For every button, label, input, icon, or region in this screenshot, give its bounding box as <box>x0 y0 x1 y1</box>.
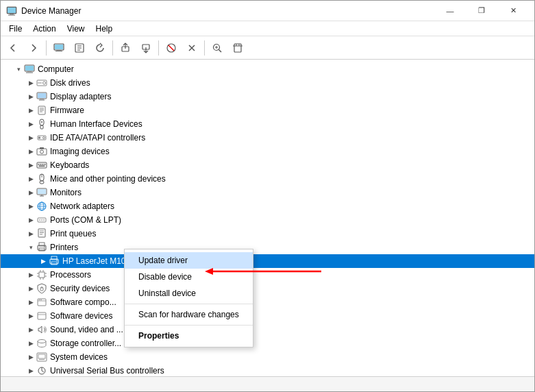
expand-print[interactable]: ▶ <box>25 228 36 239</box>
tree-item-software-components[interactable]: ▶ Software compo... <box>1 295 534 309</box>
separator-3 <box>158 40 159 56</box>
expand-mice[interactable]: ▶ <box>25 173 36 184</box>
tree-item-network[interactable]: ▶ Network adapters <box>1 199 534 213</box>
rollback-driver-button[interactable] <box>136 38 155 58</box>
ctx-separator-2 <box>125 325 253 326</box>
title-bar: Device Manager — ❐ ✕ <box>1 1 534 21</box>
expand-sw-compo[interactable]: ▶ <box>25 297 36 308</box>
show-computer-button[interactable] <box>49 38 69 58</box>
tree-item-hid[interactable]: ▶ Human Interface Devices <box>1 117 534 131</box>
device-tree[interactable]: ▾ Computer ▶ Disk drives ▶ Di <box>1 60 534 376</box>
expand-security[interactable]: ▶ <box>25 283 36 294</box>
title-bar-controls: — ❐ ✕ <box>434 1 529 21</box>
ctx-uninstall-device[interactable]: Uninstall device <box>125 285 253 302</box>
refresh-button[interactable] <box>90 38 110 58</box>
separator-4 <box>204 40 205 56</box>
expand-network[interactable]: ▶ <box>25 201 36 212</box>
uninstall-device-button[interactable] <box>182 38 201 58</box>
usb-controllers-icon <box>36 365 47 376</box>
expand-monitors[interactable]: ▶ <box>25 187 36 198</box>
expand-sound[interactable]: ▶ <box>25 324 36 335</box>
tree-item-processors[interactable]: ▶ Processors <box>1 268 534 282</box>
menu-help[interactable]: Help <box>90 23 119 35</box>
back-button[interactable] <box>3 38 23 58</box>
processors-icon <box>36 269 47 280</box>
ide-icon <box>36 132 47 143</box>
svg-line-15 <box>169 45 174 51</box>
expand-firmware[interactable]: ▶ <box>25 105 36 116</box>
tree-item-ports[interactable]: ▶ Ports (COM & LPT) <box>1 213 534 227</box>
expand-printers[interactable]: ▾ <box>25 242 36 253</box>
expand-processors[interactable]: ▶ <box>25 269 36 280</box>
scan-hardware-button[interactable] <box>208 38 227 58</box>
expand-hp[interactable]: ▶ <box>38 256 49 267</box>
tree-item-storage[interactable]: ▶ Storage controller... <box>1 336 534 350</box>
properties-button[interactable] <box>70 38 89 58</box>
tree-item-mice[interactable]: ▶ Mice and other pointing devices <box>1 172 534 186</box>
tree-item-usb-controllers[interactable]: ▶ Universal Serial Bus controllers <box>1 364 534 376</box>
svg-rect-24 <box>27 71 32 72</box>
update-driver-toolbar-button[interactable] <box>116 38 135 58</box>
svg-rect-54 <box>40 181 44 184</box>
expand-disk[interactable]: ▶ <box>25 77 36 88</box>
svg-rect-1 <box>8 8 16 13</box>
menu-file[interactable]: File <box>3 23 27 35</box>
disable-device-toolbar-button[interactable] <box>162 38 181 58</box>
toolbar <box>1 36 534 60</box>
ctx-properties[interactable]: Properties <box>125 328 253 344</box>
ctx-scan-hardware[interactable]: Scan for hardware changes <box>125 306 253 323</box>
ctx-disable-device[interactable]: Disable device <box>125 269 253 285</box>
svg-rect-46 <box>37 162 47 168</box>
sound-label: Sound, video and ... <box>50 325 123 334</box>
svg-rect-68 <box>38 229 45 237</box>
tree-item-software-devices[interactable]: ▶ Software devices <box>1 309 534 323</box>
tree-item-security[interactable]: ▶ Security devices <box>1 282 534 295</box>
remove-button[interactable] <box>228 38 247 58</box>
tree-item-hp-laserjet[interactable]: ▶ HP LaserJet M1005 <box>1 254 534 268</box>
tree-item-sound[interactable]: ▶ Sound, video and ... <box>1 323 534 336</box>
tree-item-keyboards[interactable]: ▶ Keyboards <box>1 158 534 172</box>
tree-item-print-queues[interactable]: ▶ Print queues <box>1 227 534 241</box>
expand-ports[interactable]: ▶ <box>25 215 36 225</box>
svg-rect-32 <box>39 100 45 101</box>
svg-rect-56 <box>38 189 46 194</box>
tree-item-display-adapters[interactable]: ▶ Display adapters <box>1 90 534 103</box>
ctx-update-driver[interactable]: Update driver <box>125 252 253 269</box>
mice-label: Mice and other pointing devices <box>50 174 166 184</box>
svg-rect-43 <box>37 149 47 155</box>
expand-display[interactable]: ▶ <box>25 91 36 102</box>
tree-item-firmware[interactable]: ▶ Firmware <box>1 103 534 117</box>
expand-system[interactable]: ▶ <box>25 352 36 363</box>
tree-item-monitors[interactable]: ▶ Monitors <box>1 186 534 199</box>
firmware-label: Firmware <box>50 106 84 115</box>
svg-point-44 <box>40 150 44 154</box>
expand-ide[interactable]: ▶ <box>25 132 36 143</box>
maximize-button[interactable]: ❐ <box>466 1 497 21</box>
tree-item-printers[interactable]: ▾ Printers <box>1 241 534 254</box>
svg-point-42 <box>43 137 45 139</box>
svg-rect-51 <box>39 166 45 167</box>
close-button[interactable]: ✕ <box>497 1 529 21</box>
expand-hid[interactable]: ▶ <box>25 119 36 130</box>
forward-button[interactable] <box>24 38 43 58</box>
expand-storage[interactable]: ▶ <box>25 338 36 349</box>
tree-item-system[interactable]: ▶ System devices <box>1 350 534 364</box>
minimize-button[interactable]: — <box>434 1 466 21</box>
expand-sw-devices[interactable]: ▶ <box>25 310 36 321</box>
monitors-icon <box>36 187 47 198</box>
expand-imaging[interactable]: ▶ <box>25 146 36 157</box>
tree-item-disk-drives[interactable]: ▶ Disk drives <box>1 76 534 90</box>
disk-drives-icon <box>36 77 47 88</box>
menu-action[interactable]: Action <box>27 23 61 35</box>
svg-rect-41 <box>38 137 40 139</box>
computer-label: Computer <box>38 64 74 74</box>
tree-item-ide[interactable]: ▶ IDE ATA/ATAPI controllers <box>1 131 534 145</box>
expand-keyboards[interactable]: ▶ <box>25 160 36 171</box>
tree-item-imaging[interactable]: ▶ Imaging devices <box>1 145 534 158</box>
menu-view[interactable]: View <box>62 23 90 35</box>
svg-rect-3 <box>8 14 15 15</box>
expand-computer[interactable]: ▾ <box>13 64 24 75</box>
tree-item-computer[interactable]: ▾ Computer <box>1 62 534 76</box>
expand-usb-ctrl[interactable]: ▶ <box>25 365 36 376</box>
display-adapters-icon <box>36 91 47 102</box>
